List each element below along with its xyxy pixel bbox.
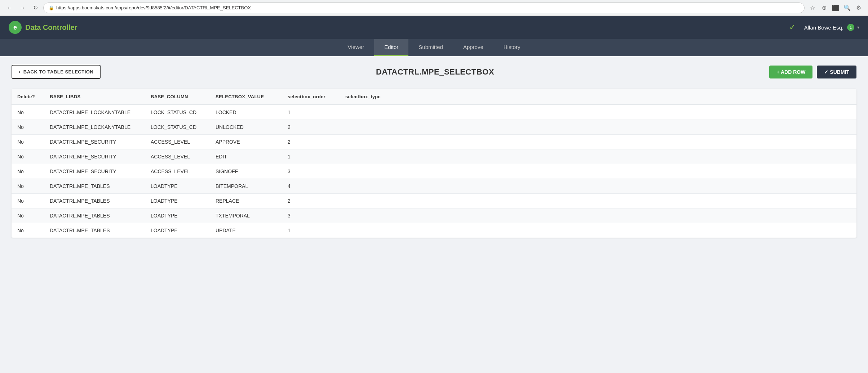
back-arrow-icon: ‹ <box>19 69 21 75</box>
col-header-selectbox-type: selectbox_type <box>340 89 856 105</box>
cell-selectbox_type-8 <box>340 223 856 238</box>
table-row: NoDATACTRL.MPE_TABLESLOADTYPEBITEMPORAL4 <box>12 179 856 194</box>
app-header: e Data Controller ✓ Allan Bowe Esq. 1 ▾ <box>0 16 868 39</box>
nav-item-history[interactable]: History <box>493 39 531 56</box>
bookmark-button[interactable]: ☆ <box>807 3 818 13</box>
header-check-icon: ✓ <box>789 23 796 32</box>
table-row: NoDATACTRL.MPE_SECURITYACCESS_LEVELEDIT1 <box>12 149 856 164</box>
table-row: NoDATACTRL.MPE_SECURITYACCESS_LEVELAPPRO… <box>12 135 856 149</box>
cell-delete-7: No <box>12 208 44 223</box>
cell-selectbox_type-2 <box>340 135 856 149</box>
nav-item-approve[interactable]: Approve <box>453 39 493 56</box>
extension-button4[interactable]: ⚙ <box>854 3 864 13</box>
nav-viewer-label: Viewer <box>348 44 364 50</box>
cell-base_libds-6: DATACTRL.MPE_TABLES <box>44 194 145 208</box>
nav-item-viewer[interactable]: Viewer <box>338 39 375 56</box>
add-row-label: + ADD ROW <box>776 69 805 75</box>
app-name-prefix: Data <box>25 23 43 31</box>
col-header-base-libds: BASE_LIBDS <box>44 89 145 105</box>
browser-actions: ☆ ⊕ ⬛ 🔍 ⚙ <box>807 3 864 13</box>
nav-item-submitted[interactable]: Submitted <box>408 39 453 56</box>
cell-selectbox_order-3: 1 <box>282 149 340 164</box>
logo-icon: e <box>9 21 22 34</box>
cell-selectbox_type-1 <box>340 120 856 135</box>
cell-base_libds-7: DATACTRL.MPE_TABLES <box>44 208 145 223</box>
col-header-selectbox-value: SELECTBOX_VALUE <box>210 89 282 105</box>
data-table-wrapper: Delete? BASE_LIBDS BASE_COLUMN SELECTBOX… <box>12 89 856 238</box>
nav-editor-label: Editor <box>384 44 398 50</box>
table-row: NoDATACTRL.MPE_TABLESLOADTYPEUPDATE1 <box>12 223 856 238</box>
cell-selectbox_type-6 <box>340 194 856 208</box>
cell-selectbox_type-3 <box>340 149 856 164</box>
cell-base_libds-1: DATACTRL.MPE_LOCKANYTABLE <box>44 120 145 135</box>
forward-nav-button[interactable]: → <box>17 3 27 13</box>
cell-base_libds-5: DATACTRL.MPE_TABLES <box>44 179 145 194</box>
cell-selectbox_order-8: 1 <box>282 223 340 238</box>
back-nav-button[interactable]: ← <box>4 3 14 13</box>
cell-selectbox_type-7 <box>340 208 856 223</box>
back-to-table-button[interactable]: ‹ BACK TO TABLE SELECTION <box>12 65 101 79</box>
extension-button3[interactable]: 🔍 <box>842 3 852 13</box>
cell-base_libds-2: DATACTRL.MPE_SECURITY <box>44 135 145 149</box>
page-title: DATACTRL.MPE_SELECTBOX <box>101 67 769 77</box>
col-header-base-column: BASE_COLUMN <box>145 89 210 105</box>
nav-submitted-label: Submitted <box>418 44 443 50</box>
cell-delete-1: No <box>12 120 44 135</box>
user-notification-badge: 1 <box>847 24 854 31</box>
logo-text: Data Controller <box>25 23 77 32</box>
app-logo: e Data Controller <box>9 21 789 34</box>
cell-base_libds-3: DATACTRL.MPE_SECURITY <box>44 149 145 164</box>
app-name-suffix: Controller <box>43 23 78 31</box>
table-row: NoDATACTRL.MPE_TABLESLOADTYPETXTEMPORAL3 <box>12 208 856 223</box>
toolbar-actions: + ADD ROW ✓ SUBMIT <box>769 66 856 78</box>
submit-button[interactable]: ✓ SUBMIT <box>817 66 856 78</box>
cell-selectbox_value-3: EDIT <box>210 149 282 164</box>
table-row: NoDATACTRL.MPE_SECURITYACCESS_LEVELSIGNO… <box>12 164 856 179</box>
cell-delete-0: No <box>12 105 44 120</box>
user-menu-chevron-icon: ▾ <box>857 25 859 30</box>
back-button-label: BACK TO TABLE SELECTION <box>23 69 93 75</box>
extension-button2[interactable]: ⬛ <box>831 3 841 13</box>
cell-selectbox_value-2: APPROVE <box>210 135 282 149</box>
user-info[interactable]: Allan Bowe Esq. 1 ▾ <box>804 24 859 31</box>
cell-selectbox_order-6: 2 <box>282 194 340 208</box>
user-name: Allan Bowe Esq. <box>804 24 843 31</box>
app-nav: Viewer Editor Submitted Approve History <box>0 39 868 56</box>
cell-selectbox_order-1: 2 <box>282 120 340 135</box>
col-header-selectbox-order: selectbox_order <box>282 89 340 105</box>
cell-selectbox_order-5: 4 <box>282 179 340 194</box>
cell-selectbox_type-0 <box>340 105 856 120</box>
cell-base_column-3: ACCESS_LEVEL <box>145 149 210 164</box>
logo-letter: e <box>13 24 17 31</box>
cell-base_column-4: ACCESS_LEVEL <box>145 164 210 179</box>
browser-chrome: ← → ↻ 🔒 https://apps.boemskats.com/apps/… <box>0 0 868 16</box>
cell-selectbox_type-5 <box>340 179 856 194</box>
cell-base_column-5: LOADTYPE <box>145 179 210 194</box>
cell-selectbox_value-4: SIGNOFF <box>210 164 282 179</box>
page-toolbar: ‹ BACK TO TABLE SELECTION DATACTRL.MPE_S… <box>12 65 856 79</box>
cell-selectbox_value-8: UPDATE <box>210 223 282 238</box>
cell-base_column-0: LOCK_STATUS_CD <box>145 105 210 120</box>
data-table: Delete? BASE_LIBDS BASE_COLUMN SELECTBOX… <box>12 89 856 238</box>
page-content: ‹ BACK TO TABLE SELECTION DATACTRL.MPE_S… <box>0 56 868 372</box>
cell-base_libds-8: DATACTRL.MPE_TABLES <box>44 223 145 238</box>
table-header-row: Delete? BASE_LIBDS BASE_COLUMN SELECTBOX… <box>12 89 856 105</box>
cell-delete-4: No <box>12 164 44 179</box>
add-row-button[interactable]: + ADD ROW <box>769 66 812 78</box>
cell-delete-2: No <box>12 135 44 149</box>
cell-base_column-8: LOADTYPE <box>145 223 210 238</box>
table-row: NoDATACTRL.MPE_TABLESLOADTYPEREPLACE2 <box>12 194 856 208</box>
cell-base_column-6: LOADTYPE <box>145 194 210 208</box>
nav-item-editor[interactable]: Editor <box>374 39 408 56</box>
cell-base_column-7: LOADTYPE <box>145 208 210 223</box>
extension-button1[interactable]: ⊕ <box>819 3 829 13</box>
secure-icon: 🔒 <box>49 5 54 10</box>
cell-selectbox_value-7: TXTEMPORAL <box>210 208 282 223</box>
cell-selectbox_value-1: UNLOCKED <box>210 120 282 135</box>
nav-approve-label: Approve <box>463 44 483 50</box>
cell-selectbox_order-0: 1 <box>282 105 340 120</box>
address-bar[interactable]: 🔒 https://apps.boemskats.com/apps/repo/d… <box>43 3 805 13</box>
cell-delete-6: No <box>12 194 44 208</box>
cell-delete-3: No <box>12 149 44 164</box>
reload-button[interactable]: ↻ <box>30 3 40 13</box>
